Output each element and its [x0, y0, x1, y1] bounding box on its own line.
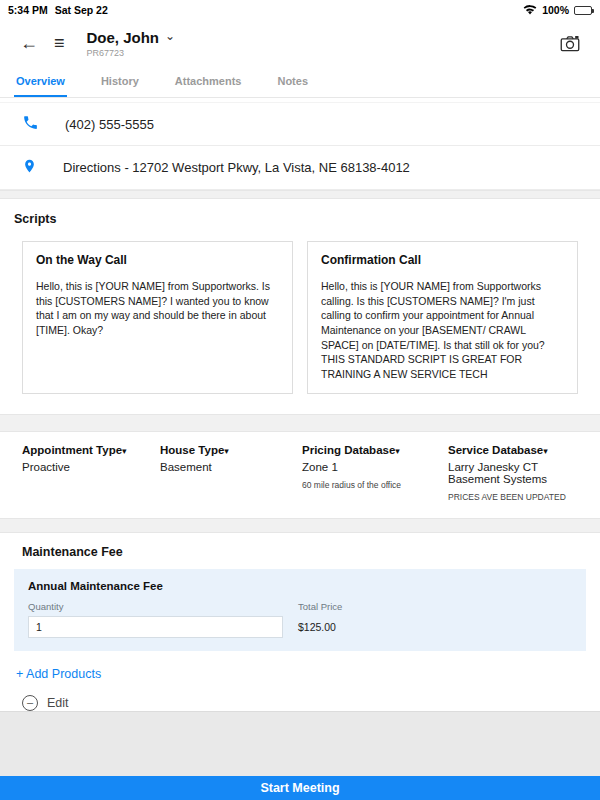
pricing-database-dropdown[interactable]: Pricing Database▾ Zone 1 60 mile radius … — [302, 444, 448, 502]
divider-band — [0, 414, 600, 432]
dropdown-value: Basement — [160, 461, 302, 473]
dropdown-note: PRICES AVE BEEN UPDATED — [448, 492, 578, 502]
page-title: Doe, John — [87, 29, 160, 46]
menu-button[interactable]: ≡ — [50, 30, 69, 56]
minus-circle-icon: – — [22, 695, 38, 711]
customer-title-block[interactable]: Doe, John ⌄ PR67723 — [87, 29, 176, 58]
maintenance-heading: Maintenance Fee — [14, 545, 586, 559]
battery-percent: 100% — [542, 4, 569, 16]
directions-text: Directions - 12702 Westport Pkwy, La Vis… — [63, 160, 410, 175]
location-pin-icon — [22, 157, 37, 179]
app-screen: 5:34 PM Sat Sep 22 100% ← ≡ Doe, John ⌄ … — [0, 0, 600, 800]
fee-item-title: Annual Maintenance Fee — [28, 580, 572, 592]
chevron-down-icon: ⌄ — [165, 29, 175, 43]
add-products-button[interactable]: + Add Products — [16, 667, 101, 681]
wifi-icon — [523, 4, 537, 17]
back-button[interactable]: ← — [16, 30, 42, 56]
maintenance-section: Maintenance Fee Annual Maintenance Fee Q… — [0, 533, 600, 711]
directions-row[interactable]: Directions - 12702 Westport Pkwy, La Vis… — [0, 146, 600, 190]
script-card-title: On the Way Call — [36, 253, 279, 267]
dropdown-label: House Type▾ — [160, 444, 302, 456]
total-price-value: $125.00 — [298, 621, 342, 633]
dropdown-value: Zone 1 — [302, 461, 448, 473]
tab-bar: Overview History Attachments Notes — [0, 66, 600, 98]
scripts-section: Scripts On the Way Call Hello, this is [… — [0, 199, 600, 414]
contact-section: (402) 555-5555 Directions - 12702 Westpo… — [0, 98, 600, 190]
start-meeting-button[interactable]: Start Meeting — [0, 776, 600, 800]
customer-id: PR67723 — [87, 48, 176, 58]
phone-number: (402) 555-5555 — [65, 117, 154, 132]
status-right: 100% — [523, 4, 592, 17]
dropdown-label: Service Database▾ — [448, 444, 578, 456]
camera-button[interactable] — [556, 31, 584, 56]
appointment-type-dropdown[interactable]: Appointment Type▾ Proactive — [22, 444, 160, 502]
scripts-heading: Scripts — [14, 212, 586, 226]
service-database-dropdown[interactable]: Service Database▾ Larry Janesky CT Basem… — [448, 444, 578, 502]
tab-history[interactable]: History — [99, 66, 141, 97]
dropdown-note: 60 mile radius of the office — [302, 480, 448, 490]
caret-down-icon: ▾ — [543, 446, 548, 456]
settings-row: Appointment Type▾ Proactive House Type▾ … — [0, 432, 600, 518]
tab-attachments[interactable]: Attachments — [173, 66, 244, 97]
status-left: 5:34 PM Sat Sep 22 — [8, 4, 108, 16]
annual-maintenance-fee-card: Annual Maintenance Fee Quantity Total Pr… — [14, 569, 586, 651]
divider-band — [0, 518, 600, 533]
script-card-body: Hello, this is [YOUR NAME] from Supportw… — [36, 279, 279, 338]
dropdown-label: Pricing Database▾ — [302, 444, 448, 456]
divider-band — [0, 190, 600, 199]
dropdown-label: Appointment Type▾ — [22, 444, 160, 456]
empty-area — [0, 711, 600, 776]
total-price-label: Total Price — [298, 601, 342, 612]
script-card-title: Confirmation Call — [321, 253, 564, 267]
header: ← ≡ Doe, John ⌄ PR67723 — [0, 20, 600, 66]
script-card-body: Hello, this is [YOUR NAME] from Supportw… — [321, 279, 564, 382]
tab-notes[interactable]: Notes — [275, 66, 310, 97]
quantity-input[interactable] — [28, 616, 283, 638]
caret-down-icon: ▾ — [395, 446, 400, 456]
script-card-confirmation: Confirmation Call Hello, this is [YOUR N… — [307, 241, 578, 394]
phone-icon — [22, 114, 39, 135]
quantity-label: Quantity — [28, 601, 298, 612]
status-date: Sat Sep 22 — [55, 4, 108, 16]
status-bar: 5:34 PM Sat Sep 22 100% — [0, 0, 600, 20]
edit-label: Edit — [47, 696, 69, 710]
camera-icon — [560, 35, 580, 52]
caret-down-icon: ▾ — [122, 446, 127, 456]
script-card-on-the-way: On the Way Call Hello, this is [YOUR NAM… — [22, 241, 293, 394]
dropdown-value: Proactive — [22, 461, 160, 473]
dropdown-value: Larry Janesky CT Basement Systems — [448, 461, 578, 485]
house-type-dropdown[interactable]: House Type▾ Basement — [160, 444, 302, 502]
status-time: 5:34 PM — [8, 4, 48, 16]
tab-overview[interactable]: Overview — [14, 66, 67, 97]
battery-icon — [574, 6, 592, 15]
caret-down-icon: ▾ — [224, 446, 229, 456]
edit-button[interactable]: – Edit — [14, 695, 586, 711]
phone-row[interactable]: (402) 555-5555 — [0, 102, 600, 146]
